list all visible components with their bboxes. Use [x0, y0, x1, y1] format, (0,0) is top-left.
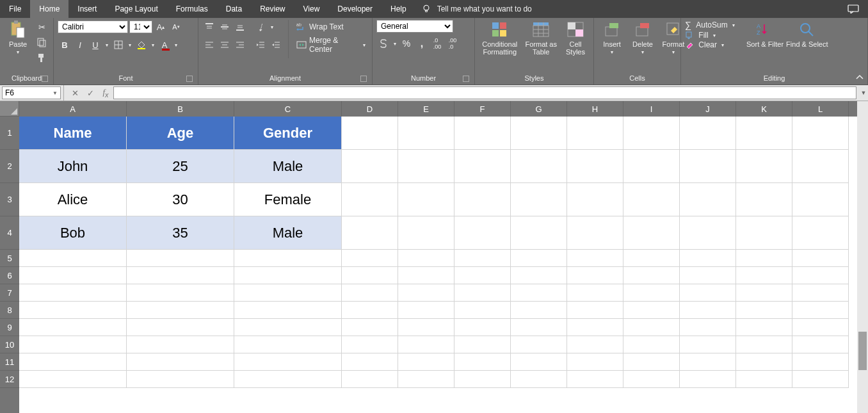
scrollbar-thumb[interactable]	[858, 332, 867, 370]
cell-C10[interactable]	[234, 336, 342, 353]
cell-C9[interactable]	[234, 319, 342, 336]
accounting-format-button[interactable]	[376, 36, 390, 51]
fill-color-button[interactable]	[134, 38, 149, 52]
cell-D8[interactable]	[342, 302, 398, 319]
cell-B4[interactable]: 35	[127, 216, 234, 250]
cell-G11[interactable]	[511, 353, 567, 371]
row-header-12[interactable]: 12	[0, 371, 19, 388]
cell-K3[interactable]	[736, 183, 792, 216]
tab-insert[interactable]: Insert	[68, 0, 106, 18]
cell-K4[interactable]	[736, 216, 792, 250]
cell-A1[interactable]: Name	[19, 117, 127, 150]
cell-I3[interactable]	[623, 183, 680, 216]
cell-F1[interactable]	[454, 117, 511, 150]
cell-A10[interactable]	[19, 336, 127, 353]
font-dialog-launcher[interactable]	[186, 76, 193, 82]
cell-K9[interactable]	[736, 319, 792, 336]
insert-cells-button[interactable]: Insert▾	[598, 20, 626, 66]
cell-B2[interactable]: 25	[127, 150, 234, 183]
col-header-H[interactable]: H	[567, 101, 623, 117]
enter-formula-button[interactable]: ✓	[83, 88, 98, 98]
cell-E11[interactable]	[398, 353, 454, 371]
cell-E10[interactable]	[398, 336, 454, 353]
font-size-select[interactable]: 11	[129, 20, 152, 33]
cell-J12[interactable]	[680, 371, 736, 388]
cell-J9[interactable]	[680, 319, 736, 336]
cell-E5[interactable]	[398, 250, 454, 267]
tab-view[interactable]: View	[294, 0, 329, 18]
row-header-3[interactable]: 3	[0, 183, 19, 216]
align-center-button[interactable]	[218, 38, 232, 52]
cell-E3[interactable]	[398, 183, 454, 216]
cell-B8[interactable]	[127, 302, 234, 319]
cell-D6[interactable]	[342, 267, 398, 284]
tab-help[interactable]: Help	[382, 0, 415, 18]
decrease-decimal-button[interactable]: .00.0	[446, 36, 460, 51]
cell-E12[interactable]	[398, 371, 454, 388]
tab-review[interactable]: Review	[251, 0, 294, 18]
cell-A7[interactable]	[19, 284, 127, 302]
increase-font-button[interactable]: A▴	[154, 20, 168, 34]
clear-button[interactable]: Clear ▾	[685, 40, 735, 49]
font-color-drop[interactable]: ▾	[173, 38, 179, 52]
tell-me-search[interactable]: Tell me what you want to do	[415, 0, 538, 18]
cell-L12[interactable]	[792, 371, 849, 388]
cell-F8[interactable]	[454, 302, 511, 319]
cell-B6[interactable]	[127, 267, 234, 284]
orientation-button[interactable]: ⭭	[253, 20, 268, 34]
cell-I9[interactable]	[623, 319, 680, 336]
cell-I7[interactable]	[623, 284, 680, 302]
collapse-ribbon-button[interactable]	[855, 73, 864, 82]
cell-D7[interactable]	[342, 284, 398, 302]
cell-A9[interactable]	[19, 319, 127, 336]
fill-color-drop[interactable]: ▾	[150, 38, 156, 52]
increase-indent-button[interactable]	[269, 38, 283, 52]
cell-J7[interactable]	[680, 284, 736, 302]
sort-filter-button[interactable]: AZ Sort & Filter	[746, 20, 784, 66]
cell-J2[interactable]	[680, 150, 736, 183]
cell-K11[interactable]	[736, 353, 792, 371]
cell-K8[interactable]	[736, 302, 792, 319]
tab-home[interactable]: Home	[30, 0, 68, 18]
cell-D1[interactable]	[342, 117, 398, 150]
select-all-corner[interactable]	[0, 101, 19, 117]
cell-L5[interactable]	[792, 250, 849, 267]
align-bottom-button[interactable]	[233, 20, 247, 34]
col-header-F[interactable]: F	[454, 101, 511, 117]
cell-C2[interactable]: Male	[234, 150, 342, 183]
cancel-formula-button[interactable]: ✕	[67, 88, 83, 98]
cell-A6[interactable]	[19, 267, 127, 284]
cell-H9[interactable]	[567, 319, 623, 336]
cell-H8[interactable]	[567, 302, 623, 319]
cell-G2[interactable]	[511, 150, 567, 183]
cell-B9[interactable]	[127, 319, 234, 336]
cell-K5[interactable]	[736, 250, 792, 267]
cell-F9[interactable]	[454, 319, 511, 336]
cells-area[interactable]: Name Age Gender John 25 Male Alice 30 Fe…	[19, 117, 868, 413]
cell-D5[interactable]	[342, 250, 398, 267]
col-header-G[interactable]: G	[511, 101, 567, 117]
cell-F4[interactable]	[454, 216, 511, 250]
cell-A5[interactable]	[19, 250, 127, 267]
autosum-button[interactable]: ∑ AutoSum ▾	[685, 20, 735, 30]
cell-C12[interactable]	[234, 371, 342, 388]
cell-L7[interactable]	[792, 284, 849, 302]
row-header-9[interactable]: 9	[0, 319, 19, 336]
cell-J8[interactable]	[680, 302, 736, 319]
cell-G10[interactable]	[511, 336, 567, 353]
cell-H11[interactable]	[567, 353, 623, 371]
cell-I11[interactable]	[623, 353, 680, 371]
format-as-table-button[interactable]: Format as Table	[523, 20, 559, 66]
row-header-6[interactable]: 6	[0, 267, 19, 284]
cell-H6[interactable]	[567, 267, 623, 284]
row-header-8[interactable]: 8	[0, 302, 19, 319]
cell-F6[interactable]	[454, 267, 511, 284]
cell-C6[interactable]	[234, 267, 342, 284]
delete-cells-button[interactable]: Delete▾	[629, 20, 657, 66]
cell-E9[interactable]	[398, 319, 454, 336]
cell-E4[interactable]	[398, 216, 454, 250]
cell-E6[interactable]	[398, 267, 454, 284]
cell-C8[interactable]	[234, 302, 342, 319]
cell-A8[interactable]	[19, 302, 127, 319]
cell-L3[interactable]	[792, 183, 849, 216]
